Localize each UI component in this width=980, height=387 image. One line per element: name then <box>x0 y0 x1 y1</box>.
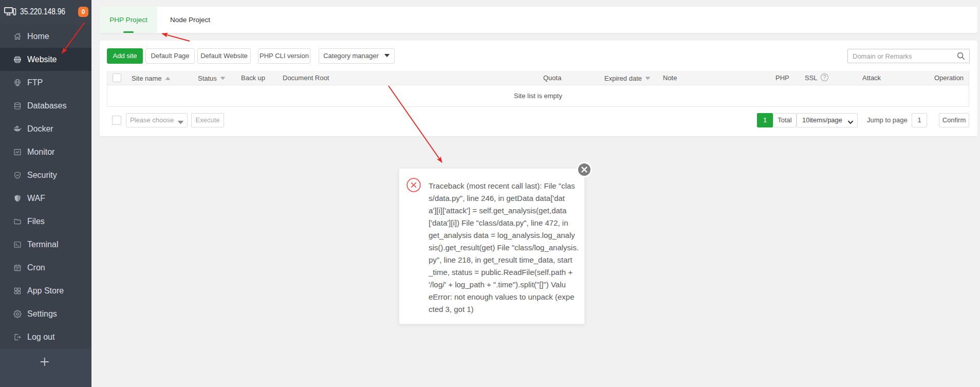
logout-icon <box>13 333 22 341</box>
sidebar-item-label: Home <box>27 25 49 48</box>
site-table: Site nameStatusBack upDocument RootQuota… <box>107 71 969 107</box>
sidebar-item-label: Security <box>27 163 57 187</box>
sidebar-menu: Home Website FTP Databases Docker Monito… <box>0 25 91 348</box>
default-page-button[interactable]: Default Page <box>145 48 195 64</box>
sidebar-item-ftp[interactable]: FTP <box>0 71 91 94</box>
caret-down-icon <box>384 48 390 63</box>
folder-icon <box>13 217 22 226</box>
column-label: SSL <box>805 74 818 82</box>
sidebar-item-monitor[interactable]: Monitor <box>0 140 91 163</box>
sidebar-item-home[interactable]: Home <box>0 25 91 48</box>
search-input[interactable] <box>853 49 953 63</box>
add-site-button[interactable]: Add site <box>107 48 143 64</box>
logo-row[interactable]: 35.220.148.96 0 <box>0 0 91 25</box>
sidebar: 35.220.148.96 0 Home Website FTP Databas… <box>0 0 91 387</box>
page-size-select[interactable]: 10items/page <box>797 113 858 127</box>
svg-text:?: ? <box>823 75 826 80</box>
error-icon <box>406 178 421 192</box>
calendar-icon <box>13 264 22 272</box>
jump-to-page-label: Jump to page <box>867 113 908 127</box>
tab-node-project[interactable]: Node Project <box>157 7 223 33</box>
column-header-expired-date[interactable]: Expired date <box>604 71 651 85</box>
home-icon <box>13 32 22 41</box>
traceback-line: sis().get_result(get) File "class/log_an… <box>429 242 579 254</box>
column-header-ssl[interactable]: SSL? <box>805 71 829 86</box>
confirm-button[interactable]: Confirm <box>939 113 969 127</box>
sidebar-item-label: Terminal <box>27 233 58 256</box>
sidebar-item-log-out[interactable]: Log out <box>0 325 91 348</box>
sidebar-item-label: Website <box>27 48 57 71</box>
category-manager-button[interactable]: Category manager <box>319 48 395 64</box>
chevron-down-icon <box>847 118 854 126</box>
sidebar-item-label: WAF <box>27 187 45 210</box>
select-all-checkbox[interactable] <box>113 73 121 82</box>
active-tab-underline <box>123 31 134 33</box>
traceback-line: s/data.py", line 246, in getData data['d… <box>429 192 579 205</box>
caret-down-icon <box>220 71 226 85</box>
empty-table-row: Site list is empty <box>107 85 969 106</box>
terminal-icon <box>13 241 22 249</box>
traceback-line: Traceback (most recent call last): File … <box>429 180 579 192</box>
globe-icon <box>13 56 22 64</box>
sidebar-item-label: App Store <box>27 279 64 302</box>
traceback-text: Traceback (most recent call last): File … <box>429 180 579 316</box>
sidebar-item-cron[interactable]: Cron <box>0 256 91 279</box>
sidebar-item-label: Log out <box>27 325 54 348</box>
search-icon[interactable] <box>956 51 966 61</box>
category-manager-label: Category manager <box>323 52 379 60</box>
batch-action-select[interactable]: Please choose <box>126 113 188 127</box>
add-shortcut-button[interactable] <box>38 355 52 369</box>
column-header-backup[interactable]: Back up <box>241 71 265 85</box>
message-count-badge[interactable]: 0 <box>78 7 88 17</box>
sidebar-item-app-store[interactable]: App Store <box>0 279 91 302</box>
sidebar-item-label: Files <box>27 210 45 233</box>
traceback-line: '/log/' + log_path + ".time").split("[]"… <box>429 279 579 291</box>
page-number-button[interactable]: 1 <box>757 113 773 127</box>
column-header-site-name[interactable]: Site name <box>132 71 171 85</box>
tab-php-project[interactable]: PHP Project <box>100 7 157 33</box>
default-website-button[interactable]: Default Website <box>197 48 251 64</box>
traceback-line: py", line 218, in get_result time_data, … <box>429 254 579 266</box>
column-label: Expired date <box>604 75 642 82</box>
search-box <box>847 49 970 63</box>
sidebar-item-waf[interactable]: WAF <box>0 187 91 210</box>
sidebar-item-files[interactable]: Files <box>0 210 91 233</box>
column-header-attack[interactable]: Attack <box>862 71 881 85</box>
tab-node-label: Node Project <box>170 16 210 24</box>
error-message-box: Traceback (most recent call last): File … <box>399 168 585 324</box>
app-grid-icon <box>13 287 22 295</box>
docker-whale-icon <box>13 125 22 133</box>
ftp-globe-icon <box>13 79 22 87</box>
column-header-note[interactable]: Note <box>663 71 677 85</box>
traceback-line: _time, status = public.ReadFile(self.pat… <box>429 266 579 279</box>
traceback-line: get_analysis data = log_analysis.log_ana… <box>429 229 579 242</box>
column-header-status[interactable]: Status <box>198 71 226 85</box>
sidebar-item-databases[interactable]: Databases <box>0 94 91 117</box>
execute-button[interactable]: Execute <box>191 113 224 127</box>
database-icon <box>13 102 22 110</box>
sidebar-item-terminal[interactable]: Terminal <box>0 233 91 256</box>
close-icon[interactable] <box>577 162 592 177</box>
column-header-document-root[interactable]: Document Root <box>283 71 329 85</box>
column-header-quota[interactable]: Quota <box>543 71 561 85</box>
column-header-php[interactable]: PHP <box>775 71 789 85</box>
jump-page-input[interactable]: 1 <box>912 113 927 127</box>
sidebar-item-label: Databases <box>27 94 67 117</box>
page-size-value: 10items/page <box>802 114 842 127</box>
batch-select-placeholder: Please choose <box>130 114 174 127</box>
sort-asc-icon <box>165 71 171 85</box>
shield-filled-icon <box>13 194 22 202</box>
sidebar-item-docker[interactable]: Docker <box>0 117 91 140</box>
traceback-line: ['data'][i]) File "class/data.py", line … <box>429 217 579 229</box>
sidebar-item-website[interactable]: Website <box>0 48 91 71</box>
sidebar-item-security[interactable]: Security <box>0 163 91 187</box>
sidebar-item-label: Monitor <box>27 140 54 163</box>
column-label: Site name <box>132 75 162 82</box>
php-cli-version-button[interactable]: PHP CLI version <box>258 48 310 64</box>
sidebar-item-settings[interactable]: Settings <box>0 302 91 325</box>
monitor-chart-icon <box>13 148 22 156</box>
column-header-operation[interactable]: Operation <box>934 71 964 85</box>
column-label: Status <box>198 75 217 82</box>
batch-select-checkbox[interactable] <box>112 116 121 125</box>
traceback-line: eError: not enough values to unpack (exp… <box>429 291 579 303</box>
